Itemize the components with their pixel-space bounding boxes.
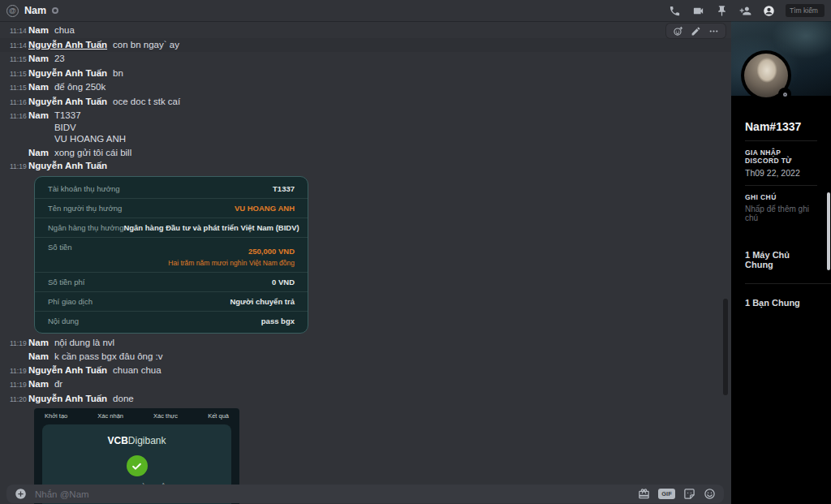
emoji-picker-icon[interactable] bbox=[704, 488, 716, 500]
message-author[interactable]: Nam bbox=[28, 110, 49, 122]
message-text: oce doc t stk caí bbox=[113, 96, 180, 108]
message-row: 11:16 Nguyễn Anh Tuấn oce doc t stk caí bbox=[0, 95, 731, 110]
receipt-label: Số tiền bbox=[48, 243, 72, 252]
message-row: Nam k cần pass bgx đâu ông :v bbox=[0, 350, 731, 364]
receipt-label: Nội dung bbox=[48, 317, 79, 325]
receipt-label: Phí giao dịch bbox=[48, 297, 93, 306]
message-author[interactable]: Nguyễn Anh Tuấn bbox=[28, 393, 107, 405]
message-text: chua bbox=[54, 24, 75, 37]
receipt-value: 250,000 VND bbox=[248, 247, 295, 256]
receipt-value: VU HOANG ANH bbox=[235, 204, 295, 213]
profile-scrollbar-thumb[interactable] bbox=[827, 192, 830, 270]
pinned-messages-icon[interactable] bbox=[715, 4, 728, 17]
message-timestamp: 11:19 bbox=[10, 161, 26, 173]
add-friends-to-dm-icon[interactable] bbox=[738, 4, 751, 17]
receipt-amount-in-words: Hai trăm năm mươi nghìn Việt Nam đồng bbox=[168, 259, 295, 267]
message-author[interactable]: Nam bbox=[28, 378, 49, 390]
gift-icon[interactable] bbox=[638, 488, 650, 500]
message-row: 11:19 Nam nội dung là nvl bbox=[0, 336, 731, 351]
message-scroll-area: 11:14 Nam chua 11:14 Nguyễn Anh Tuấn con… bbox=[0, 21, 731, 504]
receipt-row: Tài khoản thụ hưởng T1337 bbox=[35, 179, 308, 198]
bank-receipt-attachment-image[interactable]: Tài khoản thụ hưởng T1337 Tên người thụ … bbox=[34, 176, 308, 334]
receipt-row: Nội dung pass bgx bbox=[35, 311, 308, 330]
channel-title: Nam bbox=[24, 5, 46, 16]
message-author[interactable]: Nam bbox=[28, 351, 49, 363]
receipt-row: Tên người thụ hưởng VU HOANG ANH bbox=[35, 198, 308, 218]
voice-call-icon[interactable] bbox=[668, 4, 681, 17]
vcb-step: Kết quả bbox=[208, 412, 229, 420]
message-list: 11:14 Nam chua 11:14 Nguyễn Anh Tuấn con… bbox=[0, 21, 731, 504]
message-text: con bn ngay` ay bbox=[113, 39, 179, 51]
message-timestamp: 11:19 bbox=[10, 379, 26, 391]
search-input[interactable] bbox=[786, 4, 825, 17]
message-row: 11:19 Nam đr bbox=[0, 377, 731, 392]
message-row: Nam xong gửi tôi cái bill bbox=[0, 146, 731, 160]
receipt-value: pass bgx bbox=[261, 317, 295, 325]
receipt-row: Số tiền 250,000 VND Hai trăm năm mươi ng… bbox=[35, 237, 308, 272]
offline-status-icon bbox=[52, 7, 58, 14]
channel-header: @ Nam bbox=[0, 0, 831, 21]
offline-status-badge bbox=[778, 88, 791, 101]
profile-username: Nam#1337 bbox=[745, 120, 817, 133]
note-label: GHI CHÚ bbox=[745, 193, 817, 201]
divider bbox=[745, 185, 817, 186]
message-hover-toolbar bbox=[665, 23, 726, 39]
message-timestamp: 11:15 bbox=[10, 68, 26, 80]
success-check-icon bbox=[127, 455, 148, 476]
message-text: done bbox=[113, 393, 134, 405]
message-text: đr bbox=[54, 378, 62, 390]
member-since-value: Th09 22, 2022 bbox=[745, 168, 817, 178]
message-author[interactable]: Nguyễn Anh Tuấn bbox=[28, 160, 107, 172]
message-row: 11:20 Nguyễn Anh Tuấn done bbox=[0, 392, 731, 407]
message-row: 11:19 Nguyễn Anh Tuấn chuan chua bbox=[0, 364, 731, 378]
vcb-step: Xác thực bbox=[153, 412, 178, 420]
receipt-value: Người chuyển trả bbox=[230, 297, 295, 306]
message-text: bn bbox=[113, 67, 123, 80]
more-options-icon[interactable] bbox=[708, 26, 719, 37]
message-text: nội dung là nvl bbox=[54, 337, 114, 349]
message-author[interactable]: Nguyễn Anh Tuấn bbox=[28, 364, 107, 377]
receipt-label: Ngân hàng thụ hưởng bbox=[48, 223, 123, 232]
mutual-friends-button[interactable]: 1 Bạn Chung bbox=[745, 291, 817, 314]
message-row-hovered: 11:14 Nguyễn Anh Tuấn con bn ngay` ay bbox=[0, 38, 731, 53]
message-row: 11:19 Nguyễn Anh Tuấn bbox=[0, 159, 731, 174]
user-profile-toggle-icon[interactable] bbox=[762, 4, 775, 17]
receipt-label: Tên người thụ hưởng bbox=[48, 204, 122, 213]
message-author[interactable]: Nguyễn Anh Tuấn bbox=[28, 96, 107, 108]
video-call-icon[interactable] bbox=[691, 4, 704, 17]
receipt-row: Số tiền phí 0 VND bbox=[35, 272, 308, 291]
message-text: T1337BIDVVU HOANG ANH bbox=[54, 110, 126, 145]
receipt-row: Ngân hàng thụ hưởng Ngân hàng Đầu tư và … bbox=[35, 218, 308, 237]
message-author[interactable]: Nam bbox=[28, 24, 49, 37]
message-author[interactable]: Nguyễn Anh Tuấn bbox=[28, 67, 107, 80]
vcb-digibank-logo: VCBDigibank bbox=[42, 435, 231, 446]
message-author[interactable]: Nam bbox=[28, 53, 49, 65]
chat-scrollbar-thumb[interactable] bbox=[723, 299, 728, 395]
message-input[interactable] bbox=[35, 489, 638, 499]
message-author[interactable]: Nguyễn Anh Tuấn bbox=[28, 39, 107, 51]
divider bbox=[745, 140, 817, 141]
user-profile-panel: Nam#1337 GIA NHẬP DISCORD TỪ Th09 22, 20… bbox=[731, 21, 831, 504]
gif-picker-icon[interactable]: GIF bbox=[658, 489, 675, 499]
mutual-servers-button[interactable]: 1 Máy Chủ Chung bbox=[745, 243, 817, 276]
attach-file-icon[interactable] bbox=[15, 488, 27, 500]
message-row: 11:15 Nam để ông 250k bbox=[0, 80, 731, 95]
sticker-picker-icon[interactable] bbox=[683, 488, 695, 500]
message-text: xong gửi tôi cái bill bbox=[54, 147, 131, 159]
add-reaction-icon[interactable] bbox=[673, 26, 683, 37]
receipt-label: Tài khoản thụ hưởng bbox=[48, 184, 120, 193]
message-author[interactable]: Nam bbox=[28, 147, 49, 159]
message-text: 23 bbox=[54, 53, 65, 65]
message-author[interactable]: Nam bbox=[28, 81, 49, 93]
note-input-placeholder[interactable]: Nhấp để thêm ghi chú bbox=[745, 205, 817, 222]
receipt-row: Phí giao dịch Người chuyển trả bbox=[35, 291, 308, 311]
message-author[interactable]: Nam bbox=[28, 337, 49, 349]
message-text: để ông 250k bbox=[54, 81, 105, 93]
vcb-step: Khởi tạo bbox=[45, 412, 67, 420]
edit-message-icon[interactable] bbox=[691, 26, 701, 37]
message-row: 11:14 Nam chua bbox=[0, 24, 731, 38]
receipt-value: Ngân hàng Đầu tư và phát triển Việt Nam … bbox=[123, 223, 299, 232]
receipt-value: 0 VND bbox=[272, 278, 295, 286]
vcb-step: Xác nhận bbox=[97, 412, 123, 420]
profile-avatar[interactable] bbox=[741, 50, 791, 101]
